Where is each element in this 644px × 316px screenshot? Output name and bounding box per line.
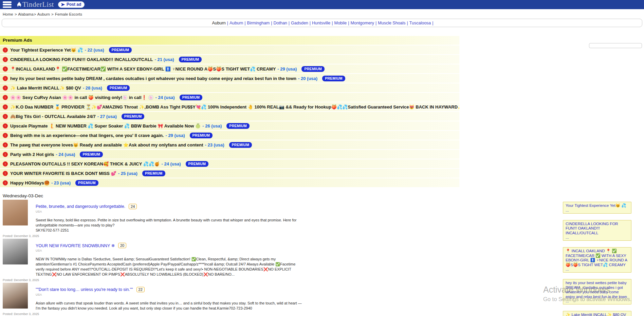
premium-badge[interactable]: PREMIUM bbox=[190, 133, 213, 138]
premium-ad-row[interactable]: ↑ 🙈Big Tits Girl - OUTCALL Available 24/… bbox=[0, 112, 459, 121]
premium-ad-title[interactable]: Your Tightest Experience Yet😼 💦 bbox=[10, 47, 83, 53]
breadcrumb-item[interactable]: Auburn bbox=[37, 12, 51, 16]
premium-ad-title[interactable]: Happy HOlidays🥮 bbox=[10, 180, 50, 185]
logo-text: TinderList bbox=[22, 0, 54, 9]
post-ad-button[interactable]: Post ad bbox=[58, 1, 85, 8]
city-link[interactable]: Montgomery bbox=[351, 21, 374, 25]
sidebar-ad-title[interactable]: CINDERELLA LOOKING FOR FUN!!! OAKLAND!!!… bbox=[566, 222, 629, 236]
premium-ad-title[interactable]: Being with me is an experience—one that … bbox=[10, 133, 164, 138]
listing-country-label: USA bbox=[36, 249, 304, 252]
sidebar-ad-box[interactable]: 📍 INCALL OAKLAND 📍 ✅ FACETIME/CAR ✅ WITH… bbox=[563, 247, 631, 273]
city-link[interactable]: Huntsville bbox=[312, 21, 330, 25]
premium-ad-row[interactable]: ↑ 🌸🌸 Sexy CuRvy Asian 🌸🌸 in call 🍑 visit… bbox=[0, 93, 459, 102]
premium-badge[interactable]: PREMIUM bbox=[179, 57, 202, 62]
premium-badge[interactable]: PREMIUM bbox=[226, 123, 250, 129]
sidebar-ad-box[interactable]: Your Tightest Experience Yet😼 💦 ... bbox=[563, 202, 631, 214]
bump-up-icon: ↑ bbox=[3, 57, 8, 62]
premium-ad-title[interactable]: 🙈Big Tits Girl - OUTCALL Available 24/7 bbox=[10, 114, 96, 119]
city-link[interactable]: Dothan bbox=[274, 21, 287, 25]
premium-badge[interactable]: PREMIUM bbox=[75, 180, 98, 186]
listing-phone: SKYE702-577-2251 bbox=[36, 228, 304, 233]
hamburger-menu-icon[interactable] bbox=[3, 1, 12, 8]
city-link[interactable]: Auburn bbox=[229, 21, 243, 25]
listing-title-link[interactable]: YOUR NEW FAVORITE SNOWBUNNY ❄ bbox=[36, 243, 115, 248]
sidebar-ad-box[interactable]: hey its your best wettes petite baby DRE… bbox=[563, 279, 631, 304]
listing-thumbnail[interactable] bbox=[3, 239, 28, 264]
city-link[interactable]: Gadsden bbox=[291, 21, 308, 25]
premium-ad-title[interactable]: ✨ Lake Merritt INCALL✨ $80 QV bbox=[10, 85, 81, 91]
premium-badge[interactable]: PREMIUM bbox=[109, 47, 132, 53]
premium-ad-row[interactable]: ↑ ✨ Lake Merritt INCALL✨ $80 QV - 28 (us… bbox=[0, 83, 459, 92]
sidebar-ad-box[interactable]: CINDERELLA LOOKING FOR FUN!!! OAKLAND!!!… bbox=[563, 220, 631, 241]
premium-ad-row[interactable]: ↑ Your Tightest Experience Yet😼 💦 - 22 (… bbox=[0, 45, 459, 54]
bump-up-icon: ↑ bbox=[3, 47, 8, 53]
premium-ad-title[interactable]: hey its your best wettes petite baby DRE… bbox=[10, 76, 296, 81]
sidebar-ad-title[interactable]: Your Tightest Experience Yet😼 💦 bbox=[566, 203, 629, 208]
breadcrumb-item[interactable]: Alabama bbox=[18, 12, 33, 16]
premium-ad-age: - 21 (usa) bbox=[155, 57, 174, 62]
bump-up-icon: ↑ bbox=[3, 66, 8, 72]
premium-ad-title[interactable]: CINDERELLA LOOKING FOR FUN!!! OAKLAND!!!… bbox=[10, 57, 153, 62]
premium-badge[interactable]: PREMIUM bbox=[186, 161, 209, 167]
premium-ad-title[interactable]: Upscale Playmate 🧜 NEW NUMBER 💦 Super So… bbox=[10, 123, 201, 129]
premium-badge[interactable]: PREMIUM bbox=[301, 66, 325, 72]
premium-ad-row[interactable]: ↑ CINDERELLA LOOKING FOR FUN!!! OAKLAND!… bbox=[0, 55, 459, 64]
premium-ad-row[interactable]: ↑ Happy HOlidays🥮 - 23 (usa) PREMIUM bbox=[0, 178, 459, 187]
breadcrumb-item[interactable]: Home bbox=[3, 12, 14, 16]
sidebar-ad-ellipsis: ... bbox=[566, 235, 629, 239]
premium-badge[interactable]: PREMIUM bbox=[322, 76, 345, 81]
sidebar-ad-title[interactable]: 📍 INCALL OAKLAND 📍 ✅ FACETIME/CAR ✅ WITH… bbox=[566, 249, 629, 267]
listing-thumbnail[interactable] bbox=[3, 200, 28, 225]
site-logo[interactable]: TinderList bbox=[16, 0, 54, 9]
premium-ad-row[interactable]: ↑ Upscale Playmate 🧜 NEW NUMBER 💦 Super … bbox=[0, 121, 459, 130]
premium-badge[interactable]: PREMIUM bbox=[142, 171, 165, 176]
premium-sidebar: Your Tightest Experience Yet😼 💦 ... CIND… bbox=[563, 202, 631, 316]
city-link[interactable]: Mobile bbox=[334, 21, 347, 25]
premium-ad-age: - 26 (usa) bbox=[202, 123, 222, 129]
premium-badge[interactable]: PREMIUM bbox=[80, 152, 103, 157]
city-link[interactable]: Birmingham bbox=[247, 21, 270, 25]
premium-ad-row[interactable]: ↑ The pawg that everyone loves😼 Ready an… bbox=[0, 140, 459, 149]
premium-badge[interactable]: PREMIUM bbox=[180, 95, 203, 100]
sidebar-ad-box[interactable]: ✨ Lake Merritt INCALL✨ $80 QV ... bbox=[563, 311, 631, 316]
premium-ad-title[interactable]: ✨K.O Daa NUMBER 🏅 PROVIDER ⏳✨💕AMAZING Th… bbox=[10, 104, 459, 110]
premium-ad-title[interactable]: YOUR WINTER FAVORITE IS BACK DONT MISS 💕 bbox=[10, 171, 116, 176]
city-separator: | bbox=[227, 21, 228, 25]
listing-item[interactable]: YOUR NEW FAVORITE SNOWBUNNY ❄ 20 USA NEW… bbox=[3, 239, 644, 282]
city-link[interactable]: Auburn bbox=[212, 21, 225, 25]
premium-ad-row[interactable]: ↑ PLEASANTON OUTCALLS !! SEXY KOREAN🥰 TH… bbox=[0, 159, 459, 168]
premium-ad-title[interactable]: 📍INCALL OAKLAND📍 ✅FACETIME/CAR✅ WITH A S… bbox=[10, 66, 276, 72]
premium-badge[interactable]: PREMIUM bbox=[229, 142, 252, 148]
premium-ad-age: - 23 (usa) bbox=[51, 180, 71, 185]
listing-item[interactable]: ""Don't stare too long… unless you're re… bbox=[3, 283, 644, 316]
breadcrumb-item[interactable]: Female Escorts bbox=[55, 12, 82, 16]
premium-ad-row[interactable]: ↑ YOUR WINTER FAVORITE IS BACK DONT MISS… bbox=[0, 169, 459, 178]
premium-ad-title[interactable]: Party with 2 Hot girls bbox=[10, 152, 54, 157]
listing-title-link[interactable]: ""Don't stare too long… unless you're re… bbox=[36, 287, 133, 292]
listing-country-label: USA bbox=[36, 293, 304, 296]
sidebar-ad-title[interactable]: hey its your best wettes petite baby DRE… bbox=[566, 281, 629, 299]
premium-ad-row[interactable]: ↑ 📍INCALL OAKLAND📍 ✅FACETIME/CAR✅ WITH A… bbox=[0, 64, 459, 73]
premium-ad-row[interactable]: ↑ Party with 2 Hot girls - 24 (usa) PREM… bbox=[0, 150, 459, 159]
flame-icon bbox=[16, 1, 22, 8]
premium-ad-row[interactable]: ↑ hey its your best wettes petite baby D… bbox=[0, 74, 459, 83]
premium-badge[interactable]: PREMIUM bbox=[122, 114, 145, 119]
listing-item[interactable]: Petite, brunette, and dangerously unforg… bbox=[3, 200, 644, 238]
bump-up-icon: ↑ bbox=[3, 76, 8, 81]
premium-ad-title[interactable]: The pawg that everyone loves😼 Ready and … bbox=[10, 142, 203, 147]
listing-title-link[interactable]: Petite, brunette, and dangerously unforg… bbox=[36, 204, 125, 209]
listing-age-badge: 24 bbox=[129, 204, 137, 209]
premium-ad-title[interactable]: PLEASANTON OUTCALLS !! SEXY KOREAN🥰 THIC… bbox=[10, 161, 160, 166]
premium-ad-title[interactable]: 🌸🌸 Sexy CuRvy Asian 🌸🌸 in call 🍑 visitin… bbox=[10, 95, 154, 100]
city-link[interactable]: Muscle Shoals bbox=[378, 21, 405, 25]
premium-ad-row[interactable]: ↑ ✨K.O Daa NUMBER 🏅 PROVIDER ⏳✨💕AMAZING … bbox=[0, 102, 459, 111]
breadcrumb-separator: > bbox=[34, 12, 36, 16]
city-link[interactable]: Tuscaloosa bbox=[409, 21, 431, 25]
sidebar-ad-title[interactable]: ✨ Lake Merritt INCALL✨ $80 QV bbox=[566, 313, 629, 316]
listing-thumbnail[interactable] bbox=[3, 283, 28, 309]
premium-ad-age: - 25 (usa) bbox=[118, 171, 137, 176]
premium-badge[interactable]: PREMIUM bbox=[107, 85, 130, 91]
listing-posted-date: Posted: December 3, 2025 bbox=[3, 234, 39, 238]
premium-ad-row[interactable]: ↑ Being with me is an experience—one tha… bbox=[0, 131, 459, 140]
premium-ad-age: - 23 (usa) bbox=[205, 142, 224, 147]
